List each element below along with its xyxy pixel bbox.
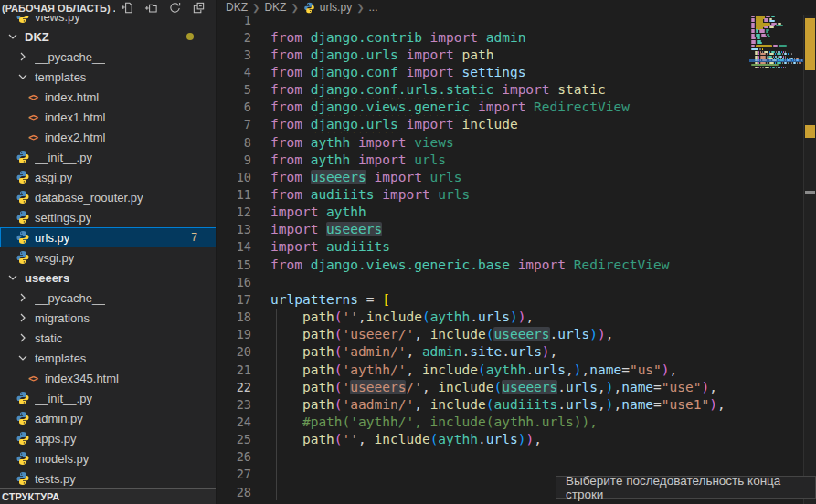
code-line[interactable]: 21 path('aythh/', include(aythh.urls,),n… [217,361,749,378]
minimap-bar [778,67,780,68]
line-number[interactable]: 27 [217,467,251,481]
code-line[interactable]: 7from django.urls import include [217,116,749,133]
tree-item-index-html[interactable]: <>index.html [0,87,216,107]
breadcrumb-item[interactable]: urls.py [320,1,352,14]
code-line[interactable]: 14import audiiits [217,238,749,256]
refresh-icon[interactable] [168,1,182,15]
code-line[interactable]: 6from django.views.generic import Redire… [217,99,749,116]
code-line[interactable]: 18 path('',include(aythh.urls)), [217,309,749,326]
tree-item-templates[interactable]: templates [0,348,216,368]
line-number[interactable]: 9 [217,152,251,167]
new-folder-icon[interactable] [144,1,158,15]
code-line[interactable]: 11from audiiits import urls [217,186,749,204]
code-line[interactable]: 24 #path('aythh/', include(aythh.urls)), [217,413,749,430]
tree-item-pycache[interactable]: __pycache__ [0,288,216,308]
tree-item-models-py[interactable]: models.py [0,448,216,468]
tree-item-init-py[interactable]: __init__.py [0,147,216,167]
tree-item-pycache[interactable]: __pycache__ [0,47,216,67]
minimap[interactable] [749,12,803,112]
line-number[interactable]: 4 [217,65,251,79]
tree-item-settings-py[interactable]: settings.py [0,207,216,227]
line-number[interactable]: 6 [217,100,251,114]
tree-item-urls-py[interactable]: urls.py7 [0,227,216,247]
code-line[interactable]: 16 [217,273,749,290]
tree-item-index2-html[interactable]: <>index2.html [0,127,216,147]
line-number[interactable]: 18 [217,310,251,324]
line-number[interactable]: 22 [217,380,251,394]
line-number[interactable]: 10 [217,170,251,184]
code-token: import [366,170,430,184]
line-number[interactable]: 14 [217,239,251,254]
line-number[interactable]: 2 [217,30,251,45]
tree-item-migrations[interactable]: migrations [0,308,216,328]
minimap-bar [785,67,786,68]
overview-ruler[interactable] [804,0,816,504]
code-line[interactable]: 4from django.conf import settings [217,63,749,80]
tree-item-admin-py[interactable]: admin.py [0,408,216,428]
line-number[interactable]: 19 [217,327,251,341]
line-number[interactable]: 16 [217,275,251,289]
tree-item-dkz[interactable]: DKZ [0,26,216,47]
code-line[interactable]: 20 path('admin/', admin.site.urls), [217,343,749,361]
code-line[interactable]: 25 path('', include(aythh.urls)), [217,431,749,448]
line-number[interactable]: 8 [217,135,251,150]
code-token: , [598,380,606,394]
outline-section-header[interactable]: СТРУКТУРА [0,488,216,504]
line-number[interactable]: 17 [217,292,251,307]
editor-pane: 12from django.contrib import admin3from … [217,0,816,504]
line-number[interactable]: 21 [217,362,251,377]
code-token: ) [510,310,518,324]
code-line[interactable]: 22 path('useeers/', include(useeers.urls… [217,378,749,395]
code-token: ) [589,327,598,341]
code-token: import [398,47,462,62]
code-line[interactable]: 9from aythh import urls [217,151,749,168]
code-line[interactable]: 19 path('useeer/', include(useeers.urls)… [217,326,749,343]
breadcrumb-item[interactable]: ... [369,1,378,14]
breadcrumb-item[interactable]: DKZ [226,1,248,14]
code-line[interactable]: 13import useeers [217,221,749,238]
tree-item-static[interactable]: static [0,328,216,348]
code-line[interactable]: 5from django.conf.urls.static import sta… [217,81,749,99]
line-number[interactable]: 7 [217,117,251,131]
tree-item-index1-html[interactable]: <>index1.html [0,107,216,127]
code-line[interactable]: 2from django.contrib import admin [217,28,749,46]
line-number[interactable]: 26 [217,449,251,464]
line-number[interactable]: 20 [217,344,251,359]
tree-item-tests-py[interactable]: tests.py [0,468,216,488]
breadcrumb-item[interactable]: DKZ [264,1,286,14]
line-number[interactable]: 28 [217,485,251,499]
code-line[interactable]: 26 [217,448,749,466]
line-number[interactable]: 3 [217,47,251,62]
code-line[interactable]: 12import aythh [217,204,749,221]
line-number[interactable]: 13 [217,222,251,236]
code-line[interactable]: 10from useeers import urls [217,168,749,185]
code-token: urlpatterns [270,292,358,307]
collapse-all-icon[interactable] [192,1,206,15]
tree-item-asgi-py[interactable]: asgi.py [0,167,216,187]
tree-item-init-py[interactable]: __init__.py [0,388,216,408]
code-line[interactable]: 23 path('aadmin/', include(audiiits.urls… [217,395,749,413]
tree-item-database-roouter-py[interactable]: database_roouter.py [0,187,216,207]
code-line[interactable]: 17urlpatterns = [ [217,290,749,308]
code-line[interactable]: 15from django.views.generic.base import … [217,256,749,273]
line-number[interactable]: 25 [217,432,251,446]
tree-item-index345-html[interactable]: <>index345.html [0,368,216,388]
line-number[interactable]: 11 [217,187,251,202]
tree-item-templates[interactable]: templates [0,67,216,87]
code-token: path [302,344,334,359]
line-number[interactable]: 24 [217,415,251,429]
tree-item-useeers[interactable]: useeers [0,268,216,288]
tree-item-wsgi-py[interactable]: wsgi.py [0,247,216,268]
line-number[interactable]: 12 [217,205,251,219]
code-line[interactable]: 8from aythh import views [217,133,749,151]
code-token: 'useeer/' [343,327,415,341]
line-number[interactable]: 5 [217,82,251,97]
line-number[interactable]: 23 [217,397,251,412]
line-number[interactable]: 15 [217,257,251,272]
tree-item-apps-py[interactable]: apps.py [0,428,216,448]
minimap-bar [784,53,787,55]
code-line[interactable]: 3from django.urls import path [217,46,749,63]
code-token: from [270,187,311,202]
new-file-icon[interactable] [121,1,134,15]
code-token: , [414,397,429,412]
